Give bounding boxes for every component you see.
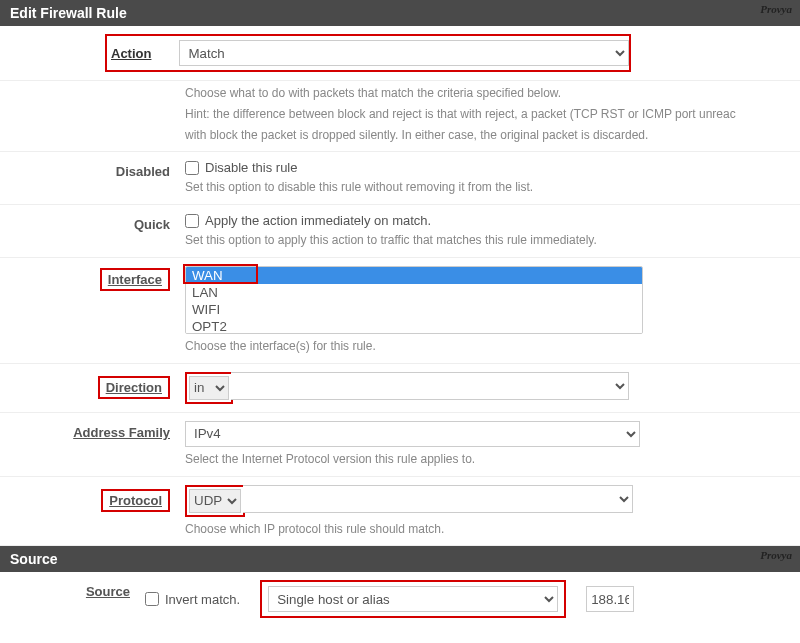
direction-highlight: in (185, 372, 233, 404)
edit-firewall-title: Edit Firewall Rule (10, 5, 127, 21)
label-source: Source (0, 580, 145, 618)
select-direction[interactable] (231, 372, 629, 400)
select-address-family[interactable]: IPv4 (185, 421, 640, 447)
checkbox-quick[interactable] (185, 214, 199, 228)
select-protocol[interactable] (243, 485, 633, 513)
action-help3: with block the packet is dropped silentl… (185, 127, 792, 144)
checkbox-quick-label: Apply the action immediately on match. (205, 213, 431, 228)
label-disabled: Disabled (0, 160, 185, 196)
label-quick: Quick (0, 213, 185, 249)
disabled-help: Set this option to disable this rule wit… (185, 179, 792, 196)
action-help1: Choose what to do with packets that matc… (185, 85, 792, 102)
row-disabled: Disabled Disable this rule Set this opti… (0, 152, 800, 205)
label-protocol: Protocol (101, 489, 170, 512)
watermark-source: Provya (760, 549, 792, 561)
interface-help: Choose the interface(s) for this rule. (185, 338, 792, 355)
row-protocol: Protocol UDP Choose which IP protocol th… (0, 477, 800, 547)
checkbox-disabled[interactable] (185, 161, 199, 175)
row-direction: Direction in (0, 364, 800, 413)
label-direction: Direction (98, 376, 170, 399)
row-interface: Interface WAN LAN WIFI OPT2 Choose the i… (0, 258, 800, 364)
row-address-family: Address Family IPv4 Select the Internet … (0, 413, 800, 477)
watermark-top: Provya (760, 3, 792, 15)
row-action: Action Match (0, 26, 800, 81)
row-source: Source Invert match. Single host or alia… (0, 572, 800, 626)
checkbox-disabled-label: Disable this rule (205, 160, 298, 175)
protocol-highlight: UDP (185, 485, 245, 517)
source-header: Source Provya (0, 546, 800, 572)
select-interface[interactable]: WAN LAN WIFI OPT2 (185, 266, 643, 334)
invert-label: Invert match. (165, 592, 240, 607)
label-interface: Interface (100, 268, 170, 291)
address-family-help: Select the Internet Protocol version thi… (185, 451, 792, 468)
input-source-ip[interactable] (586, 586, 634, 612)
select-protocol-small[interactable]: UDP (189, 489, 241, 513)
checkbox-invert[interactable] (145, 592, 159, 606)
action-help2: Hint: the difference between block and r… (185, 106, 792, 123)
protocol-help: Choose which IP protocol this rule shoul… (185, 521, 792, 538)
row-action-help: Choose what to do with packets that matc… (0, 81, 800, 152)
select-source-type[interactable]: Single host or alias (268, 586, 558, 612)
select-direction-small[interactable]: in (189, 376, 229, 400)
label-address-family: Address Family (0, 421, 185, 468)
row-quick: Quick Apply the action immediately on ma… (0, 205, 800, 258)
quick-help: Set this option to apply this action to … (185, 232, 792, 249)
select-action[interactable]: Match (179, 40, 629, 66)
action-highlight: Action Match (105, 34, 631, 72)
source-title: Source (10, 551, 57, 567)
label-action: Action (111, 46, 179, 61)
source-type-highlight: Single host or alias (260, 580, 566, 618)
edit-firewall-header: Edit Firewall Rule Provya (0, 0, 800, 26)
